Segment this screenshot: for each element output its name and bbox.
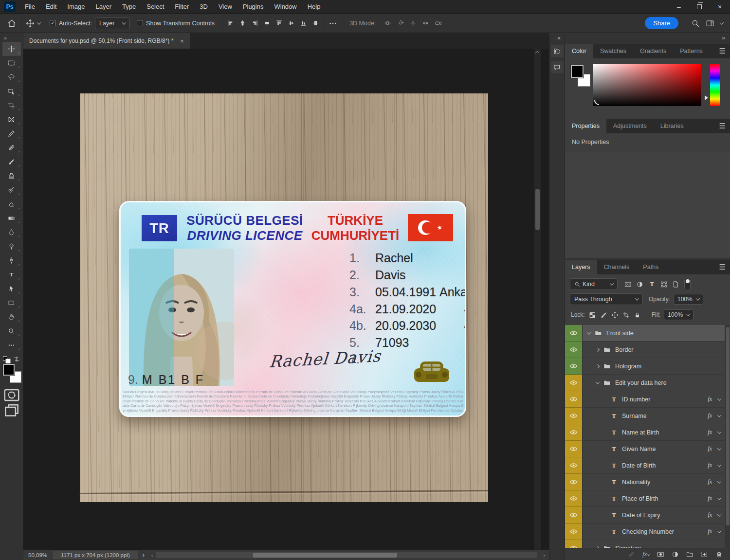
chevron-down-icon[interactable]	[720, 20, 724, 24]
orbit-3d-icon[interactable]	[384, 19, 391, 27]
tool-clone-stamp[interactable]	[2, 169, 21, 183]
layer-visibility-toggle[interactable]	[565, 408, 583, 424]
filter-adjustment-layers-icon[interactable]	[636, 281, 643, 288]
layer-row[interactable]: TID numberfx	[565, 391, 725, 408]
tab-layers[interactable]: Layers	[565, 260, 597, 274]
filter-type-layers-icon[interactable]: T	[648, 280, 656, 288]
layer-fx-badge[interactable]: fx	[708, 412, 712, 419]
tab-properties[interactable]: Properties	[565, 119, 606, 133]
layer-visibility-toggle[interactable]	[565, 457, 583, 474]
layer-fx-badge[interactable]: fx	[708, 396, 712, 403]
panel-menu-icon[interactable]: ☰	[719, 263, 730, 271]
fx-expand-icon[interactable]	[717, 479, 721, 483]
layer-row[interactable]: TName at Birthfx	[565, 424, 725, 441]
menu-file[interactable]: File	[19, 0, 40, 14]
layer-visibility-toggle[interactable]	[565, 375, 583, 391]
lock-pixels-icon[interactable]	[600, 311, 607, 319]
minimize-button[interactable]: –	[669, 0, 689, 14]
layer-visibility-toggle[interactable]	[565, 441, 583, 457]
menu-3d[interactable]: 3D	[194, 0, 213, 14]
workspace-icon[interactable]	[706, 19, 714, 28]
expand-group-icon[interactable]	[596, 364, 600, 368]
menu-filter[interactable]: Filter	[169, 0, 194, 14]
hue-slider-arrow[interactable]	[705, 95, 708, 100]
layer-style-icon[interactable]: fx	[642, 551, 650, 558]
menu-layer[interactable]: Layer	[91, 0, 117, 14]
fx-expand-icon[interactable]	[717, 430, 721, 434]
tab-gradients[interactable]: Gradients	[633, 44, 673, 58]
menu-view[interactable]: View	[213, 0, 237, 14]
layer-visibility-toggle[interactable]	[565, 325, 583, 342]
scroll-up-icon[interactable]	[535, 51, 539, 55]
menu-plugins[interactable]: Plugins	[237, 0, 269, 14]
tab-swatches[interactable]: Swatches	[593, 44, 633, 58]
scrollbar-thumb[interactable]	[253, 553, 397, 558]
layer-row[interactable]: TChecking Nnumberfx	[565, 524, 725, 540]
layer-row[interactable]: TDate of Expiryfx	[565, 507, 725, 524]
lock-all-icon[interactable]	[634, 311, 641, 319]
opacity-value[interactable]: 100%	[674, 294, 703, 305]
scroll-left-icon[interactable]: ‹	[151, 552, 153, 558]
move-tool-icon[interactable]	[26, 19, 35, 28]
quick-mask-icon[interactable]	[2, 388, 21, 402]
align-center-v-icon[interactable]	[288, 19, 295, 27]
tool-crop[interactable]	[2, 98, 21, 112]
menu-image[interactable]: Image	[62, 0, 90, 14]
tool-frame[interactable]	[2, 112, 21, 126]
color-saturation-field[interactable]	[593, 64, 701, 106]
filter-pixel-layers-icon[interactable]	[624, 281, 632, 288]
lock-transparency-icon[interactable]	[589, 311, 596, 319]
fx-expand-icon[interactable]	[717, 446, 721, 450]
align-center-h-icon[interactable]	[239, 19, 246, 27]
layer-fx-badge[interactable]: fx	[708, 511, 712, 519]
screen-mode-icon[interactable]	[2, 404, 21, 418]
close-tab-icon[interactable]: ×	[180, 37, 184, 45]
restore-button[interactable]	[689, 0, 710, 14]
document-tab[interactable]: Documents for you.psd @ 50,1% (Front sid…	[23, 33, 190, 49]
tool-brush[interactable]	[2, 155, 21, 169]
align-bottom-icon[interactable]	[300, 19, 307, 27]
zoom-level[interactable]: 50,09%	[23, 552, 53, 558]
pan-3d-icon[interactable]	[409, 19, 417, 27]
fx-expand-icon[interactable]	[717, 496, 721, 500]
layer-row[interactable]: TGiven Namefx	[565, 441, 725, 457]
layer-fx-badge[interactable]: fx	[708, 429, 712, 436]
align-left-icon[interactable]	[227, 19, 234, 27]
swap-colors-icon[interactable]	[13, 355, 20, 363]
layer-visibility-toggle[interactable]	[565, 424, 583, 441]
panel-menu-icon[interactable]: ☰	[719, 122, 730, 130]
tool-rectangle[interactable]	[2, 296, 21, 310]
slide-3d-icon[interactable]	[422, 19, 429, 27]
layer-row[interactable]: TNationalityfx	[565, 474, 725, 490]
fx-expand-icon[interactable]	[717, 512, 721, 516]
expand-group-icon[interactable]	[596, 347, 600, 351]
layer-visibility-toggle[interactable]	[565, 342, 583, 358]
menu-help[interactable]: Help	[302, 0, 326, 14]
layer-row[interactable]: TPlace of Birthfx	[565, 490, 725, 507]
layer-fx-badge[interactable]: fx	[708, 478, 712, 486]
tool-gradient[interactable]	[2, 211, 21, 225]
hue-slider[interactable]	[710, 64, 720, 106]
scroll-right-icon[interactable]: ›	[543, 552, 545, 558]
foreground-color-swatch[interactable]	[3, 364, 15, 376]
tool-marquee[interactable]	[2, 56, 21, 70]
tool-hand[interactable]	[2, 310, 21, 324]
dist-h-icon[interactable]	[263, 19, 271, 27]
tool-edit-toolbar[interactable]	[2, 338, 21, 352]
chevron-down-icon[interactable]	[37, 20, 41, 24]
layers-scrollbar[interactable]	[725, 325, 730, 548]
link-layers-icon[interactable]	[628, 551, 635, 558]
layer-fx-badge[interactable]: fx	[708, 462, 712, 469]
layer-row[interactable]: Edit your data here	[565, 375, 725, 391]
tool-path-selection[interactable]	[2, 282, 21, 296]
tab-color[interactable]: Color	[565, 44, 593, 58]
foreground-color-swatch[interactable]	[571, 65, 584, 78]
collapse-group-icon[interactable]	[596, 380, 600, 384]
add-mask-icon[interactable]	[657, 551, 664, 558]
scrollbar-thumb[interactable]	[726, 327, 730, 525]
collapse-panels-icon[interactable]: «	[549, 33, 565, 41]
status-expand-icon[interactable]: ›	[143, 552, 145, 559]
layer-filter-toggle[interactable]	[684, 278, 691, 290]
lock-position-icon[interactable]	[611, 311, 619, 319]
history-panel-button[interactable]	[551, 45, 564, 57]
